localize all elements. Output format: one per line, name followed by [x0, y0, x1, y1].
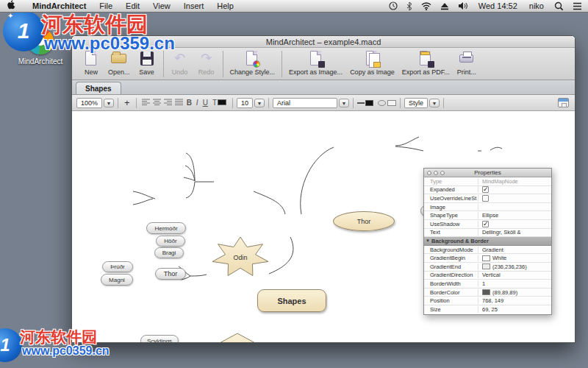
style-dropdown-button[interactable]: ▼ [429, 99, 440, 107]
shape-style-button[interactable] [378, 99, 396, 107]
export-as-image-button[interactable]: Export as Image... [289, 50, 343, 76]
add-node-button[interactable]: + [122, 97, 132, 108]
menu-insert[interactable]: Insert [177, 0, 211, 13]
underline-button[interactable]: U [201, 99, 210, 107]
menubar-clock-text[interactable]: Wed 14:52 [477, 1, 519, 10]
export-image-icon [308, 50, 324, 68]
style-combo[interactable]: Style [404, 98, 428, 108]
node-scyldings[interactable]: Scyldings [140, 335, 179, 342]
node-shapes[interactable]: Shapes [257, 289, 326, 312]
panel-window-buttons[interactable] [427, 171, 445, 175]
section-background-border[interactable]: ▼ Background & Border [424, 237, 551, 246]
bordercolor-value-cell[interactable]: (89,89,89) [478, 289, 551, 296]
panel-close-button[interactable] [427, 171, 431, 175]
spotlight-icon[interactable] [554, 1, 564, 11]
font-family-combo[interactable]: Arial [273, 98, 337, 108]
clock-icon[interactable] [389, 1, 398, 10]
export-pdf-icon [417, 50, 434, 68]
node-odin[interactable]: Odin [212, 236, 269, 278]
size-value-cell[interactable]: 69, 25 [478, 306, 551, 313]
property-row-text: Text Dellingr, Sköll & [424, 229, 551, 238]
useoverridelinest-checkbox[interactable] [482, 195, 489, 202]
node-thrudr[interactable]: Þrúðr [102, 261, 133, 272]
node-hodr[interactable]: Höðr [156, 236, 185, 247]
gradientbegin-color-swatch[interactable] [482, 255, 490, 261]
watermark-logo-digit-bottom: 1 [0, 335, 10, 355]
wifi-icon[interactable] [421, 2, 431, 10]
redo-button[interactable]: ↷ Redo [197, 50, 216, 76]
watermark-star-icon: ✦ [7, 12, 13, 20]
property-row-expanded: Expanded [424, 186, 551, 195]
property-row-bordercolor: BorderColor (89,89,89) [424, 289, 551, 297]
property-row-gradientend: GradientEnd (236,236,236) [424, 263, 551, 272]
node-bragi[interactable]: Bragi [154, 247, 184, 258]
font-size-dropdown-button[interactable]: ▼ [254, 99, 265, 107]
section-collapse-triangle-icon[interactable]: ▼ [424, 238, 431, 243]
node-thor-top[interactable]: Thor [333, 211, 395, 231]
shapetype-value-cell[interactable]: Ellipse [478, 212, 551, 219]
apple-menu-icon[interactable] [7, 0, 15, 12]
position-value-cell[interactable]: 768, 149 [478, 297, 551, 304]
useshadow-checkbox[interactable] [482, 221, 489, 227]
inspector-toggle-button[interactable] [558, 98, 569, 107]
print-button[interactable]: Print... [457, 50, 476, 76]
bold-button[interactable]: B [184, 99, 194, 107]
menu-app-name[interactable]: MindArchitect [26, 0, 93, 13]
backgroundmode-value-cell[interactable]: Gradient [478, 247, 551, 253]
copy-as-image-button[interactable]: Copy as Image [350, 50, 395, 76]
desktop-icon-label: MindArchitect [16, 57, 65, 66]
format-toolbar: 100% ▼ + B I U T 10 ▼ Arial ▼ Style ▼ [72, 95, 575, 111]
panel-minimize-button[interactable] [434, 171, 438, 175]
borderwidth-value-cell[interactable]: 1 [478, 280, 551, 287]
property-row-gradientbegin: GradientBegin White [424, 254, 551, 263]
node-thor-left[interactable]: Thor [155, 268, 186, 280]
bordercolor-color-swatch[interactable] [482, 289, 490, 295]
align-center-icon[interactable] [153, 99, 161, 107]
menubar-user[interactable]: niko [528, 1, 545, 10]
align-right-icon[interactable] [164, 99, 172, 107]
align-left-icon[interactable] [142, 99, 150, 107]
new-button[interactable]: New [82, 50, 101, 76]
open-button[interactable]: Open... [108, 50, 130, 76]
export-as-pdf-button[interactable]: Export as PDF... [402, 50, 450, 76]
undo-button[interactable]: ↶ Undo [171, 50, 190, 76]
property-row-borderwidth: BorderWidth 1 [424, 280, 551, 289]
gradientbegin-value-cell[interactable]: White [478, 255, 551, 261]
line-color-button[interactable] [357, 99, 373, 107]
save-button[interactable]: Save [137, 50, 157, 76]
italic-button[interactable]: I [194, 99, 201, 107]
zoom-level-combo[interactable]: 100% [76, 98, 102, 108]
node-heimdallr[interactable]: Heimdallr [207, 333, 268, 342]
gradientend-color-swatch[interactable] [482, 263, 490, 269]
bluetooth-icon[interactable] [406, 1, 412, 11]
menu-help[interactable]: Help [210, 0, 240, 13]
align-justify-icon[interactable] [175, 99, 183, 107]
heimdallr-diamond-shape [207, 333, 268, 342]
gradientend-value-cell[interactable]: (236,236,236) [478, 263, 551, 270]
menu-view[interactable]: View [146, 0, 177, 13]
mindmap-canvas[interactable]: Hermóðr Höðr Bragi Þrúðr Magni Thor Odin… [72, 111, 575, 342]
tab-shapes[interactable]: Shapes [76, 82, 121, 94]
notification-list-icon[interactable] [573, 2, 582, 10]
eject-icon[interactable] [440, 2, 449, 10]
rect-shape-icon [387, 100, 396, 106]
toolbar-separator [223, 51, 223, 77]
text-color-button[interactable]: T [210, 99, 229, 107]
text-value-cell[interactable]: Dellingr, Sköll & [478, 229, 551, 236]
change-style-button[interactable]: Change Style... [230, 50, 276, 76]
menu-file[interactable]: File [93, 0, 119, 13]
menu-edit[interactable]: Edit [119, 0, 146, 13]
zoom-dropdown-button[interactable]: ▼ [104, 99, 114, 107]
properties-title-bar[interactable]: Properties [424, 169, 551, 177]
change-style-icon [244, 50, 260, 68]
node-magni[interactable]: Magni [101, 274, 133, 286]
node-hermodr[interactable]: Hermóðr [146, 222, 186, 234]
font-size-combo[interactable]: 10 [237, 98, 253, 108]
mindarchitect-window: MindArchitect – example4.macd New Open..… [71, 35, 576, 343]
expanded-checkbox[interactable] [482, 186, 489, 193]
redo-arrow-icon: ↷ [198, 50, 215, 68]
font-family-dropdown-button[interactable]: ▼ [339, 99, 349, 107]
gradientdirection-value-cell[interactable]: Vertical [478, 272, 551, 278]
volume-icon[interactable] [458, 1, 468, 10]
panel-zoom-button[interactable] [440, 171, 445, 175]
